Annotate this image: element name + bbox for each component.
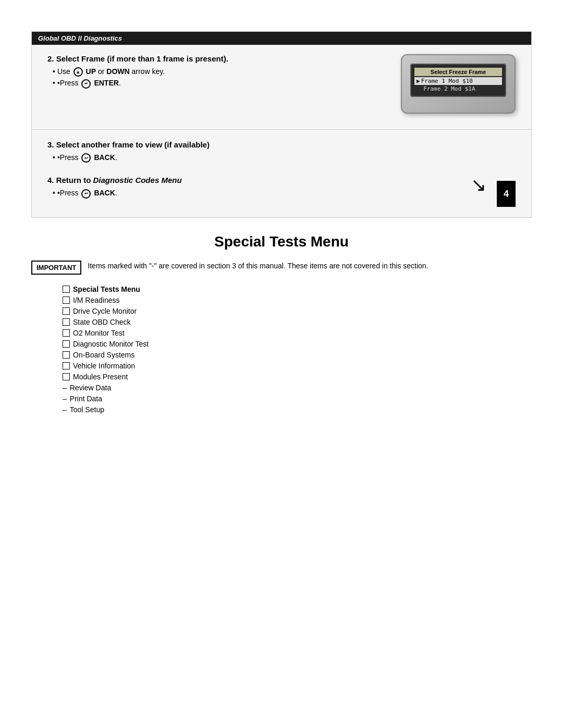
section-header-text: Global OBD II Diagnostics [38, 34, 122, 42]
menu-item-2: State OBD Check [63, 318, 532, 326]
screen-title-bar: Select Freeze Frame [414, 68, 502, 76]
lower-steps: 3. Select another frame to view (if avai… [31, 130, 532, 218]
enter-icon: ↵ [81, 79, 91, 89]
menu-item-label-2: State OBD Check [73, 318, 131, 326]
back-icon-3: ↩ [81, 153, 91, 163]
menu-container: Special Tests Menu I/M ReadinessDrive Cy… [63, 285, 532, 414]
menu-item-label-6: Vehicle Information [73, 362, 135, 370]
step-4-container: 4. Return to Diagnostic Codes Menu • •Pr… [47, 176, 516, 207]
back-icon-4: ↩ [81, 189, 91, 199]
dash-icon-9: – [63, 394, 67, 403]
menu-item-label-7: Modules Present [73, 373, 128, 381]
checkbox-icon-2 [63, 318, 70, 326]
menu-item-8: –Review Data [63, 384, 532, 392]
checkbox-icon-0 [63, 297, 70, 304]
step-2: 2. Select Frame (if more than 1 frame is… [47, 54, 385, 89]
screen-mockup: Select Freeze Frame ▶ Frame 1 Mod $10 Fr… [401, 54, 516, 114]
page-container: Global OBD II Diagnostics 2. Select Fram… [0, 31, 563, 728]
checkbox-icon-4 [63, 340, 70, 348]
checkbox-icon-title [63, 286, 70, 293]
step-2-bullet1: • Use ▲ UP or DOWN arrow key. [53, 67, 385, 77]
menu-item-6: Vehicle Information [63, 362, 532, 370]
menu-item-label-8: Review Data [70, 384, 111, 392]
dash-icon-8: – [63, 384, 67, 392]
step-2-bullet2: • •Press ↵ ENTER. [53, 79, 385, 88]
checkbox-icon-6 [63, 362, 70, 369]
menu-item-label-4: Diagnostic Monitor Test [73, 340, 149, 348]
menu-item-label-0: I/M Readiness [73, 296, 119, 304]
step-3: 3. Select another frame to view (if avai… [47, 140, 516, 163]
menu-item-4: Diagnostic Monitor Test [63, 340, 532, 348]
menu-item-5: On-Board Systems [63, 351, 532, 359]
step-4-title: 4. Return to Diagnostic Codes Menu [47, 176, 471, 184]
menu-items-container: I/M ReadinessDrive Cycle MonitorState OB… [63, 296, 532, 414]
screen-row-2: Frame 2 Mod $1A [414, 85, 502, 93]
menu-item-10: –Tool Setup [63, 405, 532, 414]
dash-icon-10: – [63, 405, 67, 414]
menu-item-label-3: O2 Monitor Test [73, 329, 125, 337]
important-box: IMPORTANT Items marked with "-" are cove… [31, 261, 532, 275]
menu-item-label-9: Print Data [70, 394, 102, 403]
top-section: Global OBD II Diagnostics 2. Select Fram… [31, 31, 532, 130]
step-3-bullet: • •Press ↩ BACK. [53, 153, 516, 163]
step4-right: ↘ 4 [471, 176, 516, 207]
checkbox-icon-5 [63, 351, 70, 359]
screen-outer: Select Freeze Frame ▶ Frame 1 Mod $10 Fr… [401, 54, 516, 114]
menu-item-0: I/M Readiness [63, 296, 532, 304]
up-arrow-icon: ▲ [74, 67, 83, 77]
menu-item-9: –Print Data [63, 394, 532, 403]
menu-item-label-5: On-Board Systems [73, 351, 134, 359]
special-tests-section: Special Tests Menu IMPORTANT Items marke… [31, 233, 532, 414]
checkbox-icon-7 [63, 373, 70, 380]
page-tab: 4 [497, 181, 516, 207]
screen-row-1: ▶ Frame 1 Mod $10 [414, 77, 502, 85]
menu-item-3: O2 Monitor Test [63, 329, 532, 337]
checkbox-icon-3 [63, 329, 70, 337]
important-text: Items marked with "-" are covered in sec… [88, 261, 428, 272]
menu-item-label-10: Tool Setup [70, 405, 104, 414]
important-label: IMPORTANT [31, 261, 81, 275]
menu-item-7: Modules Present [63, 373, 532, 381]
step-4: 4. Return to Diagnostic Codes Menu • •Pr… [47, 176, 471, 200]
step-4-bullet: • •Press ↩ BACK. [53, 189, 471, 198]
step-3-title: 3. Select another frame to view (if avai… [47, 140, 516, 149]
instructions-col: 2. Select Frame (if more than 1 frame is… [47, 54, 385, 99]
step-2-title: 2. Select Frame (if more than 1 frame is… [47, 54, 385, 63]
menu-item-label-1: Drive Cycle Monitor [73, 307, 137, 315]
special-tests-title: Special Tests Menu [31, 233, 532, 250]
top-content: 2. Select Frame (if more than 1 frame is… [32, 54, 531, 114]
menu-title-item: Special Tests Menu [63, 285, 532, 293]
arrow-icon: ↘ [471, 176, 486, 194]
section-header: Global OBD II Diagnostics [32, 32, 531, 45]
screen-arrow-icon: ▶ [417, 78, 420, 84]
menu-item-1: Drive Cycle Monitor [63, 307, 532, 315]
screen-inner: Select Freeze Frame ▶ Frame 1 Mod $10 Fr… [410, 64, 506, 97]
checkbox-icon-1 [63, 307, 70, 315]
